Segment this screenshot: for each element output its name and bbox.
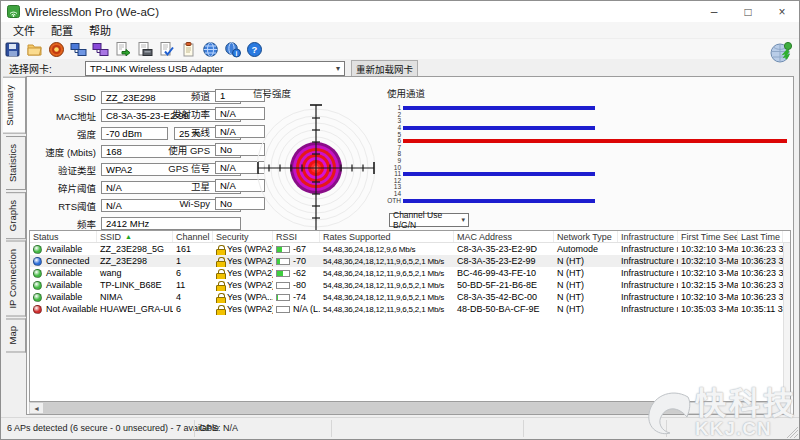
field-row: GPS 信号N/A: [155, 161, 265, 174]
first-seen-cell: 10:32:10 3-May-...: [678, 291, 738, 303]
notes-icon[interactable]: [180, 41, 197, 58]
column-header-last-time-s[interactable]: Last Time S: [738, 231, 783, 242]
statusbar-divider: [331, 420, 332, 437]
first-seen-cell: 10:35:03 3-May-...: [678, 303, 738, 315]
column-header-status[interactable]: Status: [30, 231, 97, 242]
column-header-mac-address[interactable]: MAC Address: [454, 231, 554, 242]
mac-cell: C8-3A-35-23-E2-9D: [454, 243, 554, 255]
vertical-scrollbar[interactable]: [783, 243, 790, 401]
resize-grip[interactable]: [786, 426, 798, 438]
rssi-bar-icon: [276, 270, 290, 277]
channel-bar-track: [403, 166, 787, 170]
channel-row: 4: [387, 125, 787, 132]
channel-row: 13: [387, 184, 787, 191]
network-map-purple-icon[interactable]: [92, 41, 109, 58]
scrollbar-thumb[interactable]: [43, 403, 683, 413]
last-seen-cell: 10:36:23 3...: [738, 291, 783, 303]
tab-statistics[interactable]: Statistics: [6, 136, 26, 190]
ssid-cell: NIMA: [97, 291, 173, 303]
channel-bars: 1234567891011121314OTH: [387, 105, 787, 204]
web-online-help-icon[interactable]: i: [224, 41, 241, 58]
table-row[interactable]: Availablewang6Yes (WPA2)-6254,48,36,24,1…: [30, 267, 790, 279]
security-cell: Yes (WPA2): [213, 243, 273, 255]
status-dot-icon: [33, 257, 42, 266]
network-type-cell: N (HT): [554, 279, 618, 291]
channel-cell: 6: [173, 303, 213, 315]
column-header-network-type[interactable]: Network Type: [554, 231, 618, 242]
status-cell: Not Available: [30, 303, 97, 315]
column-header-rssi[interactable]: RSSI: [273, 231, 320, 242]
save-icon[interactable]: [4, 41, 21, 58]
web-globe-icon[interactable]: [202, 41, 219, 58]
table-row[interactable]: Not AvailableHUAWEI_GRA-UL10...6Yes (WPA…: [30, 303, 790, 315]
ap-list-header: StatusSSID▲ChannelSecurityRSSIRates Supp…: [30, 231, 790, 243]
rssi-bar-fill: [277, 271, 283, 276]
help-icon[interactable]: ?: [246, 41, 263, 58]
mac-cell: BC-46-99-43-FE-10: [454, 267, 554, 279]
lock-icon: [216, 257, 224, 266]
scroll-left-arrow-icon[interactable]: ◄: [30, 403, 43, 413]
table-row[interactable]: ConnectedZZ_23E2981Yes (WPA2)-7054,48,36…: [30, 255, 790, 267]
column-header-ssid[interactable]: SSID▲: [97, 231, 173, 242]
record-mode-icon[interactable]: [48, 41, 65, 58]
column-header-rates-supported[interactable]: Rates Supported: [320, 231, 454, 242]
work-area: SummaryStatisticsGraphsIP ConnectionMap …: [1, 74, 799, 415]
tab-summary[interactable]: Summary: [3, 77, 26, 134]
menu-item-2[interactable]: 帮助: [81, 21, 119, 39]
channel-usage-chart: 使用通道 1234567891011121314OTH Channel Use …: [387, 83, 787, 229]
export-report-icon[interactable]: [114, 41, 131, 58]
field-label: 发射功率: [155, 107, 215, 121]
summary-tab-page: SSIDZZ_23E298MAC地址C8-3A-35-23-E2-99强度-70…: [26, 76, 794, 415]
chevron-down-icon: ▾: [461, 216, 465, 224]
rssi-bar-fill: [277, 295, 278, 300]
network-map-blue-icon[interactable]: [70, 41, 87, 58]
field-label: GPS 信号: [155, 161, 215, 175]
channel-use-select[interactable]: Channel Use B/G/N ▾: [389, 213, 469, 227]
infrastructure-cell: Infrastructure mo...: [618, 279, 678, 291]
horizontal-scrollbar[interactable]: ◄ ►: [29, 402, 791, 414]
menu-item-0[interactable]: 文件: [5, 21, 43, 39]
channel-bar-track: [403, 179, 787, 183]
table-row[interactable]: AvailableZZ_23E298_5G161Yes (WPA2)-6754,…: [30, 243, 790, 255]
channel-row: 12: [387, 178, 787, 185]
channel-bar-track: [403, 126, 787, 130]
tab-ip-connection[interactable]: IP Connection: [6, 241, 26, 317]
chevron-down-icon: ▾: [336, 64, 340, 73]
gps-status-text: GPS: N/A: [199, 423, 238, 433]
network-type-cell: N (HT): [554, 291, 618, 303]
column-header-security[interactable]: Security: [213, 231, 273, 242]
column-header-infrastructure[interactable]: Infrastructure: [618, 231, 678, 242]
verify-report-icon[interactable]: [158, 41, 175, 58]
print-report-icon[interactable]: [136, 41, 153, 58]
lock-icon: [216, 281, 224, 290]
tab-map[interactable]: Map: [6, 318, 26, 352]
channel-bar: [403, 106, 595, 110]
scroll-right-arrow-icon[interactable]: ►: [777, 403, 790, 413]
field-label: 频率: [29, 217, 101, 231]
column-header-channel[interactable]: Channel: [173, 231, 213, 242]
minimize-button[interactable]: –: [697, 1, 731, 22]
table-row[interactable]: AvailableNIMA4Yes (WPA...-7454,48,36,24,…: [30, 291, 790, 303]
field-row: 发射功率N/A: [155, 107, 265, 120]
table-row[interactable]: AvailableTP-LINK_B68E11Yes (WPA2)-8054,4…: [30, 279, 790, 291]
rssi-bar-fill: [277, 247, 282, 252]
rssi-bar-icon: [276, 294, 290, 301]
maximize-button[interactable]: □: [731, 1, 765, 22]
field-row: 卫星N/A: [155, 179, 265, 192]
menu-item-1[interactable]: 配置: [43, 21, 81, 39]
tab-graphs[interactable]: Graphs: [6, 192, 26, 239]
status-cell: Connected: [30, 255, 97, 267]
status-cell: Available: [30, 243, 97, 255]
rssi-cell: -70: [273, 255, 320, 267]
mac-cell: 48-DB-50-BA-CF-9E: [454, 303, 554, 315]
lock-icon: [216, 305, 224, 314]
field-label: SSID: [29, 92, 101, 103]
column-header-first-time-seen[interactable]: First Time Seen: [678, 231, 738, 242]
last-seen-cell: 10:35:11 3...: [738, 303, 783, 315]
statusbar-divider: [666, 420, 667, 437]
status-dot-icon: [33, 281, 42, 290]
close-button[interactable]: ×: [765, 1, 799, 22]
last-seen-cell: 10:36:23 3...: [738, 279, 783, 291]
field-label: 速度 (Mbits): [29, 145, 101, 159]
open-folder-icon[interactable]: [26, 41, 43, 58]
